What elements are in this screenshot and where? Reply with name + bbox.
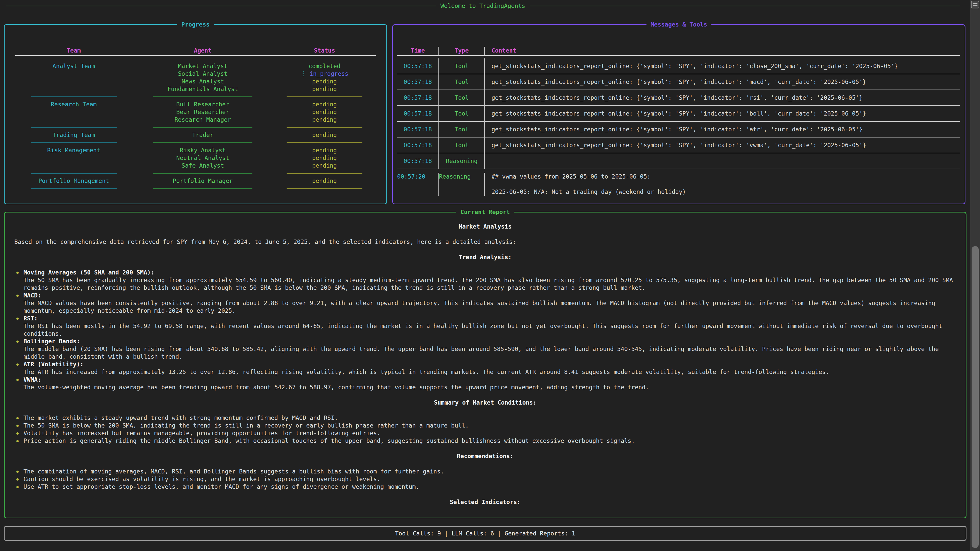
status-label: pending	[312, 116, 337, 124]
team-separator-line	[30, 173, 117, 174]
welcome-rule: Welcome to TradingAgents	[6, 2, 960, 10]
agent-name: Market Analyst	[134, 62, 272, 70]
message-content: get_stockstats_indicators_report_online:…	[484, 138, 960, 153]
current-report-panel: Current Report Market AnalysisBased on t…	[4, 212, 966, 518]
agent-separator-line	[153, 127, 253, 128]
status-label: completed	[309, 62, 340, 70]
team-name	[14, 85, 134, 93]
team-name: Research Team	[14, 100, 134, 108]
message-type: Reasoning	[438, 173, 484, 196]
progress-panel-title: Progress	[177, 21, 214, 28]
scrollbar-track[interactable]	[970, 0, 980, 551]
message-row: 00:57:18Toolget_stockstats_indicators_re…	[397, 59, 960, 74]
report-body: Market AnalysisBased on the comprehensiv…	[5, 213, 966, 524]
messages-panel-title: Messages & Tools	[646, 21, 711, 28]
report-bullet-item: ●Price action is generally riding the mi…	[14, 437, 956, 445]
team-cell: Portfolio Management	[14, 177, 134, 185]
time-value: 00:57:18	[404, 110, 432, 118]
bullet-icon: ●	[16, 468, 19, 475]
type-value: Tool	[455, 94, 469, 102]
status-label: pending	[312, 162, 337, 169]
bullet-text: The MACD values have been consistently p…	[24, 299, 956, 314]
status-label: pending	[312, 131, 337, 139]
bullet-text: The volume-weighted moving average has b…	[24, 383, 956, 391]
header-separator	[397, 56, 960, 56]
status-separator-line	[286, 173, 363, 174]
report-bullet-item: ●Bollinger Bands:The middle band (20 SMA…	[14, 338, 956, 360]
team-name	[14, 78, 134, 85]
message-content: get_stockstats_indicators_report_online:…	[484, 59, 960, 74]
report-heading: Trend Analysis:	[14, 253, 956, 261]
stats-text: Tool Calls: 9 | LLM Calls: 6 | Generated…	[395, 530, 575, 537]
report-heading: Selected Indicators:	[14, 498, 956, 506]
bullet-icon: ●	[16, 360, 19, 368]
agent-name: Research Manager	[134, 116, 272, 124]
agent-cell: Risky AnalystNeutral AnalystSafe Analyst	[134, 146, 272, 169]
agent-cell: Market AnalystSocial AnalystNews Analyst…	[134, 62, 272, 93]
content-line: get_stockstats_indicators_report_online:…	[492, 78, 866, 86]
type-value: Tool	[455, 62, 469, 70]
status-badge: completed	[272, 62, 377, 70]
progress-section: Research TeamBull ResearcherBear Researc…	[14, 100, 377, 124]
report-panel-title: Current Report	[456, 208, 514, 216]
team-cell: Risk Management	[14, 146, 134, 169]
messages-table-body: 00:57:18Toolget_stockstats_indicators_re…	[397, 59, 960, 199]
progress-section: Trading TeamTraderpending	[14, 131, 377, 139]
type-value: Tool	[455, 141, 469, 149]
message-time: 00:57:18	[397, 74, 438, 89]
time-value: 00:57:18	[404, 94, 432, 102]
bullet-text: The market exhibits a steady upward tren…	[24, 414, 956, 422]
section-separator	[14, 169, 377, 177]
bullet-text: Caution should be exercised as volatilit…	[24, 475, 956, 483]
agent-cell: Bull ResearcherBear ResearcherResearch M…	[134, 100, 272, 124]
message-time: 00:57:18	[397, 122, 438, 137]
welcome-title: Welcome to TradingAgents	[441, 2, 525, 10]
team-separator-line	[30, 97, 117, 97]
team-name	[14, 116, 134, 124]
agent-name: Trader	[134, 131, 272, 139]
team-cell: Research Team	[14, 100, 134, 124]
team-separator-line	[30, 142, 117, 143]
agent-separator-line	[153, 142, 253, 143]
bullet-icon: ●	[16, 475, 19, 483]
message-content: ## vwma values from 2025-05-06 to 2025-0…	[484, 173, 960, 196]
column-header-agent: Agent	[134, 47, 272, 54]
report-bullet-item: ●ATR (Volatility):The ATR has increased …	[14, 360, 956, 376]
type-value: Reasoning	[439, 173, 471, 180]
message-row: 00:57:18Toolget_stockstats_indicators_re…	[397, 106, 960, 122]
bullet-title: Bollinger Bands:	[24, 338, 956, 345]
report-bullet-item: ●Use ATR to set appropriate stop-loss le…	[14, 483, 956, 491]
section-separator	[14, 93, 377, 100]
status-label: pending	[312, 100, 337, 108]
status-cell: pendingpendingpending	[272, 100, 377, 124]
status-separator-line	[286, 97, 363, 97]
content-line: ## vwma values from 2025-05-06 to 2025-0…	[492, 173, 651, 180]
scrollbar-menu-button[interactable]	[971, 1, 979, 8]
report-bullet-item: ●MACD:The MACD values have been consiste…	[14, 292, 956, 314]
section-separator	[14, 139, 377, 146]
bullet-title: ATR (Volatility):	[24, 360, 956, 368]
messages-panel: Messages & Tools Time Type Content 00:57…	[392, 24, 966, 204]
team-cell: Trading Team	[14, 131, 134, 139]
status-badge: pending	[272, 100, 377, 108]
agent-name: Fundamentals Analyst	[134, 85, 272, 93]
bullet-icon: ●	[16, 483, 19, 491]
time-value: 00:57:18	[404, 141, 432, 149]
bullet-title: MACD:	[24, 292, 956, 299]
type-value: Tool	[455, 78, 469, 86]
progress-table-header: Team Agent Status	[14, 47, 377, 54]
status-badge: pending	[272, 85, 377, 93]
status-cell: pendingpendingpending	[272, 146, 377, 169]
message-time: 00:57:18	[397, 59, 438, 74]
status-cell: pending	[272, 177, 377, 185]
content-line: 2025-06-05: N/A: Not a trading day (week…	[492, 188, 686, 196]
status-cell: pending	[272, 131, 377, 139]
menu-icon	[973, 3, 977, 4]
scrollbar-thumb[interactable]	[972, 246, 979, 548]
team-name	[14, 154, 134, 162]
team-name: Analyst Team	[14, 62, 134, 70]
menu-icon	[973, 5, 977, 6]
header-separator	[15, 56, 375, 56]
agent-name: Bull Researcher	[134, 100, 272, 108]
status-badge: pending	[272, 78, 377, 85]
